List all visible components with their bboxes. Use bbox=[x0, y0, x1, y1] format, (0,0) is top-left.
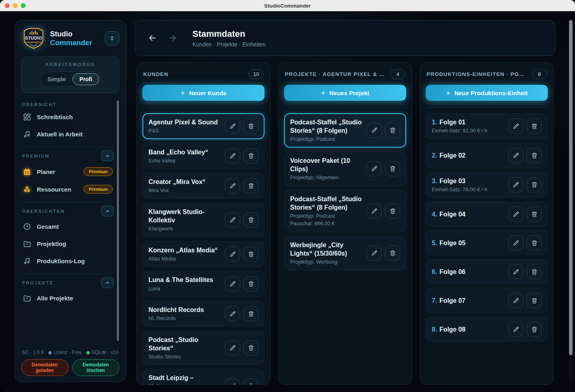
delete-button[interactable] bbox=[243, 306, 258, 321]
collapse-uebersichten-button[interactable] bbox=[101, 206, 114, 216]
sidebar-item-projektlog[interactable]: Projektlog bbox=[21, 235, 114, 252]
customer-card[interactable]: Nordlicht Records NL Records bbox=[142, 301, 264, 327]
project-card[interactable]: Voiceover Paket (10 Clips) Projekttyp: A… bbox=[284, 152, 406, 186]
maximize-window-button[interactable] bbox=[21, 3, 26, 8]
demo-data-delete-button[interactable]: Demodaten löschen bbox=[72, 359, 120, 376]
main-scrollbar[interactable] bbox=[569, 20, 573, 382]
unit-card[interactable]: 6.Folge 06 bbox=[426, 259, 548, 284]
close-window-button[interactable] bbox=[5, 3, 10, 8]
delete-button[interactable] bbox=[527, 293, 542, 308]
delete-button[interactable] bbox=[527, 118, 542, 134]
edit-button[interactable] bbox=[508, 177, 523, 192]
pencil-icon bbox=[513, 268, 519, 275]
forward-button[interactable] bbox=[166, 32, 179, 44]
delete-button[interactable] bbox=[385, 123, 400, 138]
unit-card[interactable]: 2.Folge 02 bbox=[426, 143, 548, 168]
customer-card[interactable]: Band „Echo Valley“ Echo Valley bbox=[142, 143, 264, 169]
edit-button[interactable] bbox=[367, 246, 382, 261]
new-production-unit-button[interactable]: + Neue Produktions-Einheit bbox=[426, 85, 548, 101]
edit-button[interactable] bbox=[508, 293, 523, 308]
workmode-option-simple[interactable]: Simple bbox=[41, 73, 72, 85]
unit-name: Folge 02 bbox=[439, 152, 465, 159]
delete-button[interactable] bbox=[527, 177, 542, 192]
demo-data-loaded-button[interactable]: Demodaten geladen bbox=[21, 359, 68, 376]
delete-button[interactable] bbox=[243, 246, 258, 262]
sidebar-item-planer[interactable]: Planer Premium bbox=[21, 163, 114, 180]
delete-button[interactable] bbox=[243, 148, 258, 164]
new-customer-button[interactable]: + Neuer Kunde bbox=[142, 85, 264, 101]
chevron-up-icon bbox=[105, 208, 110, 214]
unit-rate: Einheit-Satz: 78,00 € / h bbox=[432, 186, 504, 193]
collapse-premium-button[interactable] bbox=[101, 150, 114, 161]
main-scrollbar-thumb[interactable] bbox=[569, 20, 573, 355]
delete-button[interactable] bbox=[243, 340, 258, 356]
edit-button[interactable] bbox=[508, 235, 523, 250]
workmode-option-profi[interactable]: Profi bbox=[72, 73, 100, 85]
project-card[interactable]: Werbejingle „City Lights“ (15/30/60s) Pr… bbox=[284, 236, 406, 270]
unit-card[interactable]: 5.Folge 05 bbox=[426, 230, 548, 255]
unit-card[interactable]: 1.Folge 01 Einheit-Satz: 92,00 € / h bbox=[426, 113, 548, 139]
sidebar-item-produktions-log[interactable]: Produktions-Log bbox=[21, 252, 114, 270]
customer-card[interactable]: Luna & The Satellites Luna bbox=[142, 271, 264, 297]
unit-card[interactable]: 3.Folge 03 Einheit-Satz: 78,00 € / h bbox=[426, 172, 548, 198]
project-card[interactable]: Podcast-Staffel „Studio Stories“ (8 Folg… bbox=[284, 190, 406, 232]
section-label-premium: PREMIUM bbox=[22, 154, 50, 158]
edit-button[interactable] bbox=[508, 206, 523, 222]
unit-card[interactable]: 4.Folge 04 bbox=[426, 202, 548, 226]
edit-button[interactable] bbox=[508, 148, 523, 163]
delete-button[interactable] bbox=[527, 322, 542, 337]
sidebar-item-schreibtisch[interactable]: Schreibtisch bbox=[21, 108, 114, 126]
edit-button[interactable] bbox=[508, 118, 523, 134]
edit-button[interactable] bbox=[225, 212, 240, 228]
sidebar-scrollbar-thumb[interactable] bbox=[117, 100, 119, 341]
customer-card[interactable]: Agentur Pixel & Sound P&S bbox=[142, 113, 264, 139]
edit-button[interactable] bbox=[225, 306, 240, 321]
sidebar-item-ressourcen[interactable]: Ressourcen Premium bbox=[21, 180, 114, 198]
minimize-window-button[interactable] bbox=[13, 3, 18, 8]
customer-card[interactable]: Podcast „Studio Stories“ Studio Stories bbox=[142, 331, 264, 365]
delete-button[interactable] bbox=[243, 178, 258, 194]
edit-button[interactable] bbox=[367, 161, 382, 176]
divider bbox=[425, 107, 549, 108]
delete-button[interactable] bbox=[527, 206, 542, 222]
edit-button[interactable] bbox=[367, 123, 382, 138]
edit-button[interactable] bbox=[508, 322, 523, 337]
sidebar-item-gesamt[interactable]: Gesamt bbox=[21, 218, 114, 235]
edit-button[interactable] bbox=[225, 340, 240, 356]
customer-card[interactable]: Klangwerk Studio-Kollektiv Klangwerk bbox=[142, 203, 264, 237]
delete-button[interactable] bbox=[243, 276, 258, 292]
license-status: Lizenz · Free bbox=[48, 350, 82, 355]
edit-button[interactable] bbox=[225, 148, 240, 164]
edit-button[interactable] bbox=[225, 276, 240, 292]
delete-button[interactable] bbox=[385, 246, 400, 261]
sidebar-item-aktuell-in-arbeit[interactable]: Aktuell in Arbeit bbox=[21, 126, 114, 143]
collapse-projekte-button[interactable] bbox=[101, 277, 114, 288]
unit-card[interactable]: 8.Folge 08 bbox=[426, 317, 548, 342]
project-card[interactable]: Podcast-Staffel „Studio Stories“ (8 Folg… bbox=[284, 113, 406, 148]
app-logo-icon: STUDIO COMMANDER bbox=[21, 27, 46, 50]
delete-button[interactable] bbox=[243, 118, 258, 134]
edit-button[interactable] bbox=[225, 378, 240, 385]
back-button[interactable] bbox=[146, 32, 159, 44]
unit-card[interactable]: 7.Folge 07 bbox=[426, 288, 548, 313]
customer-card[interactable]: Creator „Mira Vox“ Mira Vox bbox=[142, 173, 264, 199]
delete-button[interactable] bbox=[527, 235, 542, 250]
delete-button[interactable] bbox=[385, 203, 400, 218]
customer-card[interactable]: Konzern „Atlas Media“ Atlas Media bbox=[142, 241, 264, 267]
sidebar-item-alle-projekte[interactable]: Alle Projekte bbox=[21, 290, 114, 307]
new-project-button[interactable]: + Neues Projekt bbox=[284, 85, 406, 101]
delete-button[interactable] bbox=[243, 378, 258, 385]
edit-button[interactable] bbox=[225, 246, 240, 262]
delete-button[interactable] bbox=[527, 148, 542, 163]
edit-button[interactable] bbox=[225, 118, 240, 134]
delete-button[interactable] bbox=[527, 264, 542, 279]
edit-button[interactable] bbox=[508, 264, 523, 279]
edit-button[interactable] bbox=[225, 178, 240, 194]
svg-text:COMMANDER: COMMANDER bbox=[26, 41, 42, 44]
customer-card[interactable]: Stadt Leipzig – Kulturamt Kulturamt bbox=[142, 369, 264, 385]
delete-button[interactable] bbox=[243, 212, 258, 228]
delete-button[interactable] bbox=[385, 161, 400, 176]
sidebar-scrollbar[interactable] bbox=[117, 100, 119, 349]
workspace-switcher-button[interactable] bbox=[105, 31, 119, 46]
edit-button[interactable] bbox=[367, 203, 382, 218]
